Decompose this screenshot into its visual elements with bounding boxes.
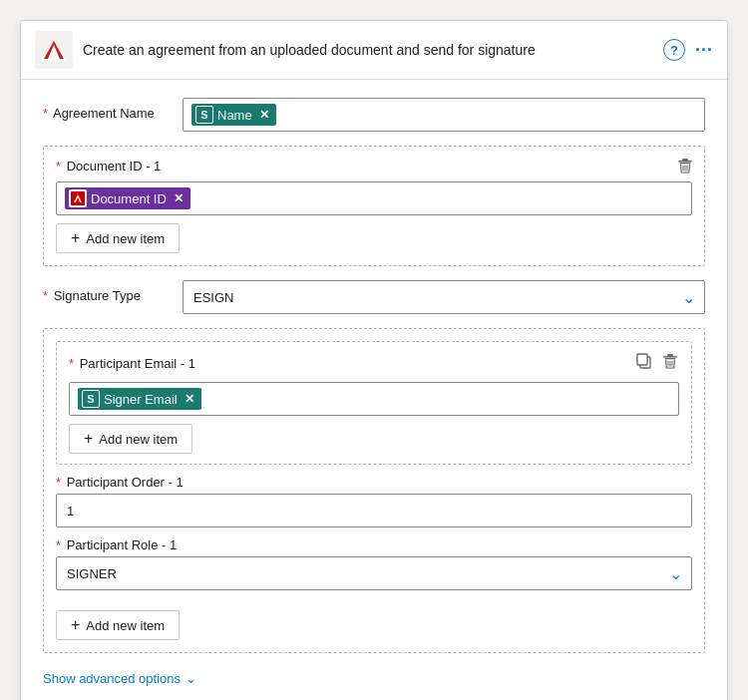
participant-role-row: * Participant Role - 1 SIGNER APPROVER D… xyxy=(56,537,692,590)
participant-role-dropdown-wrap: SIGNER APPROVER DELEGATE_SIGNER DELEGATE… xyxy=(56,556,692,590)
participant-email-copy-icon[interactable] xyxy=(635,352,653,374)
main-card: Create an agreement from an uploaded doc… xyxy=(20,20,728,700)
signature-type-select[interactable]: ESIGN WRITTEN xyxy=(183,280,705,314)
document-id-input[interactable]: Document ID ✕ xyxy=(56,181,692,215)
show-advanced-options-link[interactable]: Show advanced options ⌄ xyxy=(43,671,196,686)
participant-order-label: * Participant Order - 1 xyxy=(56,475,692,490)
participant-email-tag-icon: S xyxy=(82,390,100,408)
document-id-tag-icon xyxy=(69,189,87,207)
required-star-agreement: * xyxy=(43,106,48,121)
agreement-name-tag: S Name ✕ xyxy=(191,104,276,126)
participant-order-row: * Participant Order - 1 xyxy=(56,475,692,527)
participant-email-trash-icon[interactable] xyxy=(661,352,679,374)
card-body: * Agreement Name S Name ✕ * Document ID … xyxy=(21,80,727,700)
add-new-plus-3-icon: + xyxy=(71,616,80,634)
header-icons: ? ··· xyxy=(663,39,713,61)
more-options-icon[interactable]: ··· xyxy=(695,40,713,61)
svg-rect-12 xyxy=(637,354,647,365)
participant-email-section: * Participant Email - 1 xyxy=(56,341,692,465)
participant-role-label: * Participant Role - 1 xyxy=(56,537,692,552)
agreement-name-input-wrap: S Name ✕ xyxy=(183,98,705,132)
svg-rect-5 xyxy=(680,163,691,164)
participant-email-label: * Participant Email - 1 xyxy=(69,356,195,371)
svg-rect-4 xyxy=(682,159,688,161)
svg-rect-15 xyxy=(665,358,676,359)
add-new-item-email-button[interactable]: + Add new item xyxy=(69,424,192,454)
show-advanced-chevron-icon: ⌄ xyxy=(186,671,196,686)
required-star-role: * xyxy=(56,537,61,552)
svg-rect-13 xyxy=(663,356,677,358)
document-id-section: * Document ID - 1 xyxy=(43,146,705,266)
participant-order-input[interactable] xyxy=(56,494,692,527)
required-star-sig: * xyxy=(43,288,48,303)
participant-role-select[interactable]: SIGNER APPROVER DELEGATE_SIGNER DELEGATE… xyxy=(56,556,692,590)
required-star-doc: * xyxy=(56,159,61,174)
signature-type-label: * Signature Type xyxy=(43,280,173,303)
agreement-name-row: * Agreement Name S Name ✕ xyxy=(43,98,705,132)
document-id-tag-close[interactable]: ✕ xyxy=(174,191,184,205)
card-header: Create an agreement from an uploaded doc… xyxy=(21,21,727,80)
adobe-logo-icon xyxy=(35,31,73,69)
participant-email-input[interactable]: S Signer Email ✕ xyxy=(69,382,679,416)
required-star-order: * xyxy=(56,475,61,490)
add-new-item-doc-button[interactable]: + Add new item xyxy=(56,223,180,253)
required-star-email: * xyxy=(69,356,74,371)
document-id-label: * Document ID - 1 xyxy=(56,159,692,174)
agreement-name-label: * Agreement Name xyxy=(43,98,173,121)
add-new-item-participants-button[interactable]: + Add new item xyxy=(56,610,180,640)
add-new-plus-2-icon: + xyxy=(84,430,93,448)
participant-email-tag: S Signer Email ✕ xyxy=(78,388,201,410)
participant-email-tag-close[interactable]: ✕ xyxy=(185,392,194,406)
add-new-plus-icon: + xyxy=(71,229,80,247)
agreement-name-tag-icon: S xyxy=(195,106,213,124)
document-id-tag: Document ID ✕ xyxy=(65,187,190,209)
header-title: Create an agreement from an uploaded doc… xyxy=(83,42,653,58)
svg-rect-14 xyxy=(667,354,673,356)
participants-outer-section: * Participant Email - 1 xyxy=(43,328,705,653)
signature-type-row: * Signature Type ESIGN WRITTEN ⌄ xyxy=(43,280,705,314)
signature-type-dropdown-wrap: ESIGN WRITTEN ⌄ xyxy=(183,280,705,314)
document-id-trash-icon[interactable] xyxy=(676,157,694,178)
agreement-name-input[interactable]: S Name ✕ xyxy=(183,98,705,132)
help-icon[interactable]: ? xyxy=(663,39,685,61)
svg-rect-3 xyxy=(678,161,692,163)
participant-email-icons xyxy=(635,352,679,374)
agreement-name-tag-close[interactable]: ✕ xyxy=(259,108,269,122)
